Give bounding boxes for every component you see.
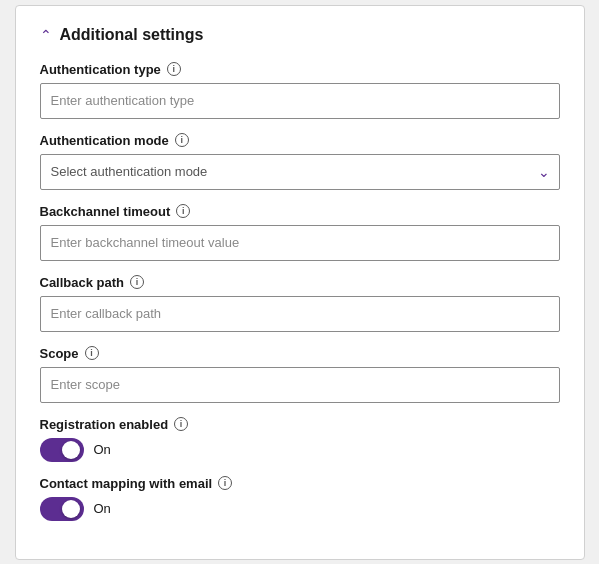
- scope-input[interactable]: [40, 367, 560, 403]
- callback-path-label: Callback path i: [40, 275, 560, 290]
- toggle-thumb-2: [62, 500, 80, 518]
- additional-settings-card: ⌃ Additional settings Authentication typ…: [15, 5, 585, 560]
- scope-info-icon[interactable]: i: [85, 346, 99, 360]
- contact-mapping-field: Contact mapping with email i On: [40, 476, 560, 521]
- callback-path-input[interactable]: [40, 296, 560, 332]
- backchannel-timeout-info-icon[interactable]: i: [176, 204, 190, 218]
- backchannel-timeout-input[interactable]: [40, 225, 560, 261]
- toggle-track: [40, 438, 84, 462]
- authentication-mode-select[interactable]: Select authentication mode: [40, 154, 560, 190]
- registration-enabled-toggle-row: On: [40, 438, 560, 462]
- authentication-mode-select-wrapper: Select authentication mode ⌄: [40, 154, 560, 190]
- authentication-type-input[interactable]: [40, 83, 560, 119]
- callback-path-info-icon[interactable]: i: [130, 275, 144, 289]
- toggle-thumb: [62, 441, 80, 459]
- toggle-track-2: [40, 497, 84, 521]
- section-header: ⌃ Additional settings: [40, 26, 560, 44]
- authentication-mode-field: Authentication mode i Select authenticat…: [40, 133, 560, 190]
- backchannel-timeout-field: Backchannel timeout i: [40, 204, 560, 261]
- contact-mapping-toggle-label: On: [94, 501, 111, 516]
- scope-field: Scope i: [40, 346, 560, 403]
- section-title: Additional settings: [60, 26, 204, 44]
- contact-mapping-toggle[interactable]: [40, 497, 84, 521]
- contact-mapping-label: Contact mapping with email i: [40, 476, 560, 491]
- registration-enabled-field: Registration enabled i On: [40, 417, 560, 462]
- authentication-type-info-icon[interactable]: i: [167, 62, 181, 76]
- registration-enabled-toggle[interactable]: [40, 438, 84, 462]
- registration-enabled-label: Registration enabled i: [40, 417, 560, 432]
- registration-enabled-info-icon[interactable]: i: [174, 417, 188, 431]
- callback-path-field: Callback path i: [40, 275, 560, 332]
- contact-mapping-info-icon[interactable]: i: [218, 476, 232, 490]
- collapse-chevron-icon[interactable]: ⌃: [40, 27, 52, 43]
- authentication-mode-info-icon[interactable]: i: [175, 133, 189, 147]
- authentication-type-label: Authentication type i: [40, 62, 560, 77]
- authentication-type-field: Authentication type i: [40, 62, 560, 119]
- scope-label: Scope i: [40, 346, 560, 361]
- registration-enabled-toggle-label: On: [94, 442, 111, 457]
- backchannel-timeout-label: Backchannel timeout i: [40, 204, 560, 219]
- authentication-mode-label: Authentication mode i: [40, 133, 560, 148]
- contact-mapping-toggle-row: On: [40, 497, 560, 521]
